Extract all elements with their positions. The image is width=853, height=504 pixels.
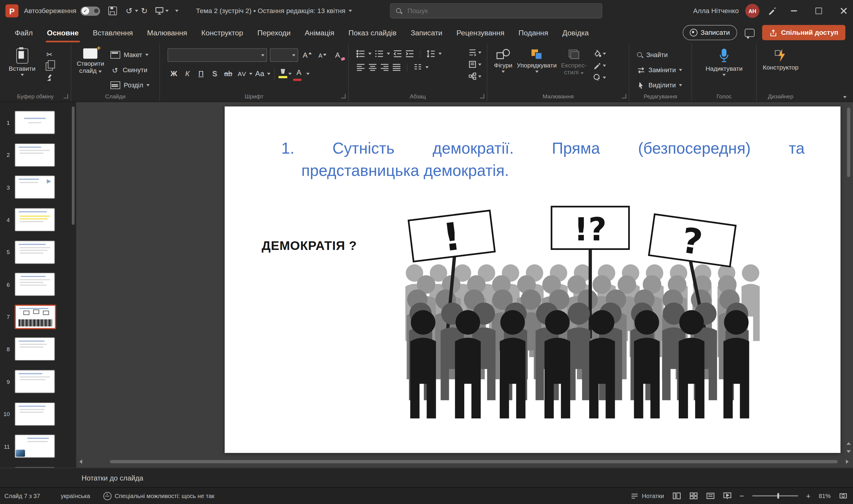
highlight-color-icon[interactable] [278,69,287,78]
accessibility-status[interactable]: Спеціальні можливості: щось не так [103,492,214,500]
font-size-input[interactable] [273,51,292,59]
close-button[interactable] [835,3,853,19]
zoom-slider[interactable] [752,496,798,497]
slide-position[interactable]: Слайд 7 з 37 [4,493,40,499]
menu-home[interactable]: Основне [40,22,86,43]
thumbnail-slide-9[interactable]: 9 [0,365,76,398]
drawing-dialog-launcher-icon[interactable] [622,94,626,98]
new-slide-button[interactable]: Створитислайд [77,43,104,92]
grow-font-button[interactable]: А [301,49,313,61]
designer-button[interactable]: Конструктор [756,43,804,71]
select-button[interactable]: Виділити [637,79,692,92]
collapse-ribbon-icon[interactable] [843,96,847,98]
bullets-icon[interactable] [356,49,365,58]
redo-icon[interactable]: ↻ [138,5,150,17]
menu-file[interactable]: Файл [8,22,40,43]
thumbnail-slide-11[interactable]: 11 [0,430,76,463]
shape-outline-icon[interactable] [593,61,602,70]
vertical-scroll-thumb[interactable] [847,108,850,177]
document-title[interactable]: Тема 2 (зустріч 2) • Остання редакція: 1… [196,7,345,15]
align-center-icon[interactable] [368,63,377,72]
section-button[interactable]: Розділ [111,79,150,92]
character-spacing-button[interactable]: АV [236,68,248,80]
menu-transitions[interactable]: Переходи [250,22,297,43]
numbering-icon[interactable] [375,49,383,58]
strikethrough-button[interactable]: ab [222,68,234,80]
menu-animations[interactable]: Анімація [298,22,342,43]
thumbnail-slide-10[interactable]: 10 [0,398,76,430]
font-color-button[interactable]: А [293,66,305,81]
thumbnail-slide-6[interactable]: 6 [0,268,76,301]
notes-placeholder[interactable]: Нотатки до слайда [82,474,143,482]
zoom-level[interactable]: 81% [819,493,831,499]
vertical-scrollbar[interactable] [846,108,851,454]
italic-button[interactable]: К [181,68,194,80]
start-presentation-icon[interactable] [154,5,166,17]
shape-effects-icon[interactable] [593,73,602,82]
quick-styles-button[interactable]: Експрес-стилі [561,43,587,82]
line-spacing-icon[interactable] [426,49,435,58]
thumbnail-slide-1[interactable]: 1 [0,106,76,139]
font-size-combo[interactable] [270,49,298,62]
undo-icon[interactable]: ↺ [123,5,135,17]
cut-icon[interactable]: ✂ [43,50,56,58]
thumbnail-slide-12[interactable]: 12 [0,463,76,468]
undo-dropdown-chevron-icon[interactable] [135,10,138,12]
menu-insert[interactable]: Вставлення [86,22,140,43]
democracy-label[interactable]: ДЕМОКРАТІЯ ? [262,238,357,253]
horizontal-scroll-thumb[interactable] [110,460,837,463]
shrink-font-button[interactable]: А [316,49,329,61]
menu-review[interactable]: Рецензування [449,22,511,43]
zoom-out-button[interactable]: − [740,491,744,500]
thumbnail-slide-2[interactable]: 2 [0,139,76,171]
comments-icon[interactable] [745,29,754,37]
find-button[interactable]: Знайти [637,49,692,61]
search-input[interactable] [406,6,596,15]
format-painter-icon[interactable] [46,74,53,82]
save-icon[interactable] [107,5,119,17]
menu-record[interactable]: Записати [404,22,449,43]
layout-button[interactable]: Макет [111,49,150,61]
text-shadow-button[interactable]: S [208,68,221,80]
crowd-graphic[interactable]: ! !? ? [404,203,764,419]
font-name-combo[interactable] [168,49,267,62]
minimize-button[interactable] [785,3,803,19]
copy-icon[interactable] [46,62,53,70]
slide-title[interactable]: 1. Сутність демократії. Пряма (безпосере… [281,137,805,182]
previous-slide-icon[interactable] [847,442,851,445]
maximize-button[interactable] [810,3,828,19]
justify-icon[interactable] [392,63,401,72]
zoom-in-button[interactable]: + [806,491,811,500]
dictate-button[interactable]: Надиктувати [692,43,756,76]
next-slide-icon[interactable] [847,450,851,453]
fit-slide-to-window-icon[interactable] [839,491,847,500]
menu-design[interactable]: Конструктор [194,22,250,43]
thumbnail-slide-3[interactable]: 3 [0,171,76,203]
menu-view[interactable]: Подання [511,22,555,43]
slide-sorter-view-icon[interactable] [689,491,698,500]
thumbnail-slide-5[interactable]: 5 [0,236,76,268]
reset-button[interactable]: ↺Скинути [111,64,150,77]
bold-button[interactable]: Ж [168,68,180,80]
title-dropdown-chevron-icon[interactable] [349,10,352,12]
thumbnail-slide-4[interactable]: 4 [0,203,76,236]
slideshow-view-icon[interactable] [723,491,731,500]
search-box[interactable] [390,3,602,18]
font-name-input[interactable] [170,51,261,59]
record-button[interactable]: Записати [683,25,737,40]
autosave-toggle[interactable] [81,6,100,16]
scroll-right-icon[interactable] [846,460,849,464]
menu-help[interactable]: Довідка [555,22,596,43]
align-left-icon[interactable] [356,63,365,72]
change-case-button[interactable]: Аа [254,68,266,80]
scroll-left-icon[interactable] [80,460,82,464]
share-button[interactable]: Спільний доступ [762,25,846,40]
clear-formatting-button[interactable]: А [331,49,344,61]
menu-slideshow[interactable]: Показ слайдів [342,22,404,43]
align-text-icon[interactable] [468,60,476,68]
shape-fill-icon[interactable] [593,49,602,57]
thumbnail-slide-8[interactable]: 8 [0,333,76,365]
decrease-indent-icon[interactable] [393,49,402,58]
reading-view-icon[interactable] [706,491,714,500]
font-dialog-launcher-icon[interactable] [341,94,346,98]
